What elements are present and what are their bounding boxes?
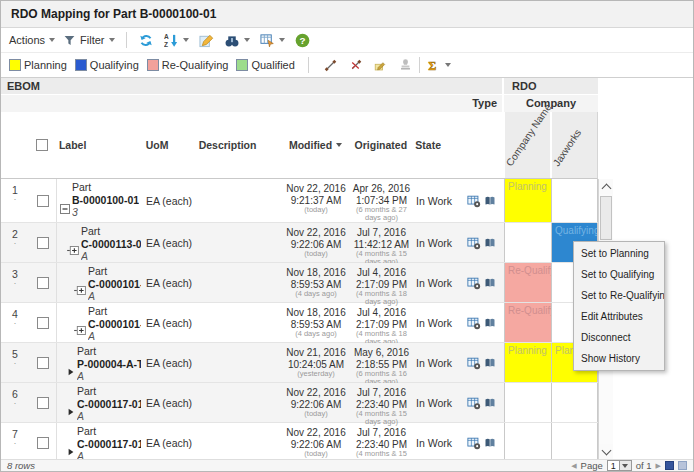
view-info-icon[interactable] [484,397,496,409]
uom-cell: EA (each) [141,303,196,342]
menu-item-disconnect[interactable]: Disconnect [574,327,664,348]
expand-arrow-icon[interactable] [67,361,75,382]
menu-item-set-to-planning[interactable]: Set to Planning [574,243,664,264]
view-info-icon[interactable] [484,357,496,369]
menu-item-edit-attributes[interactable]: Edit Attributes [574,306,664,327]
originated-column-header[interactable]: Originated [348,112,413,178]
edit-button[interactable] [199,33,214,48]
row-checkbox[interactable] [37,237,49,249]
row-checkbox[interactable] [37,277,49,289]
part-structure-icon[interactable] [467,316,481,330]
uom-column-header[interactable]: UoM [141,112,196,178]
company-name-status-cell[interactable]: Re-Qualifying [504,303,551,342]
description-cell [196,343,283,382]
legend-label: Re-Qualifying [162,59,229,71]
row-checkbox[interactable] [37,317,49,329]
compact-view-toggle-icon[interactable] [678,461,687,470]
company-name-status-cell[interactable]: Planning [504,179,551,222]
export-button[interactable] [260,33,285,48]
next-page-icon[interactable]: ▶ [656,461,661,471]
jaxworks-status-cell[interactable] [551,383,598,422]
state-cell: In Work [414,263,458,302]
view-info-icon[interactable] [484,317,496,329]
row-checkbox[interactable] [37,195,49,207]
jaxworks-status-cell[interactable] [551,179,598,222]
description-column-header[interactable]: Description [196,112,283,178]
date-text: Nov 22, 2016 [286,227,346,238]
jaxworks-status-cell[interactable] [551,423,598,459]
summation-menu-button[interactable]: Σ [427,58,451,72]
company-name-status-cell[interactable] [504,423,551,459]
expand-arrow-icon[interactable] [67,441,75,459]
sort-button[interactable]: AZ [164,33,189,48]
uom-text: EA (each) [146,357,192,369]
prev-page-icon[interactable]: ◀ [571,461,576,471]
scroll-up-button[interactable] [599,179,613,194]
page-select[interactable]: 1 [607,460,632,471]
menu-item-show-history[interactable]: Show History [574,348,664,369]
row-checkbox-cell [29,343,56,382]
menu-item-set-to-qualifying[interactable]: Set to Qualifying [574,264,664,285]
company-name-status-cell[interactable]: Planning [504,343,551,382]
svg-text:A: A [164,33,169,40]
part-number-link[interactable]: C-0000117-01 [77,398,141,410]
page-value: 1 [608,461,619,471]
page-dropdown[interactable] [619,461,631,470]
status-label: Qualifying [555,225,598,236]
modified-column-header[interactable]: Modified [283,112,349,178]
connect-button[interactable] [324,59,337,72]
actions-menu-button[interactable]: Actions [9,34,55,46]
legend-item-re-qualifying: Re-Qualifying [147,59,229,71]
row-checkbox[interactable] [37,357,49,369]
part-number-link[interactable]: C-0000101-01 [88,278,141,290]
modified-cell: Nov 22, 20169:22:06 AM(today) [283,223,349,262]
disconnect-button[interactable] [349,59,362,72]
row-checkbox[interactable] [37,437,49,449]
refresh-button[interactable] [138,33,154,48]
row-checkbox[interactable] [37,397,49,409]
part-structure-icon[interactable] [467,194,481,208]
company-name-status-cell[interactable] [504,383,551,422]
label-column-header[interactable]: Label [56,112,141,178]
select-all-checkbox[interactable] [36,139,48,151]
show-history-button-disabled[interactable] [399,59,412,72]
part-number-link[interactable]: C-0000101-01 [88,318,141,330]
part-number-link[interactable]: C-0000113-01 [81,238,141,250]
help-button[interactable]: ? [295,33,310,48]
part-number-link[interactable]: B-0000100-01 [72,194,139,206]
insert-node-icon[interactable] [74,279,86,302]
view-info-icon[interactable] [484,195,496,207]
state-column-header[interactable]: State [413,112,457,178]
expand-arrow-icon[interactable] [67,401,75,422]
row-checkbox-cell [29,223,56,262]
part-number-link[interactable]: C-0000117-01 [77,438,141,450]
view-info-icon[interactable] [484,237,496,249]
find-button[interactable] [224,33,250,48]
view-info-icon[interactable] [484,437,496,449]
collapse-node-icon[interactable] [60,195,70,222]
history-icon-disabled [399,59,412,72]
relative-time-text: (today) [283,206,349,214]
view-info-icon[interactable] [484,277,496,289]
time-text: 9:21:37 AM [291,195,342,206]
insert-node-icon[interactable] [67,239,79,262]
edit-attributes-button[interactable] [374,59,387,72]
part-structure-icon[interactable] [467,356,481,370]
full-view-toggle-icon[interactable] [665,461,674,470]
company-name-status-cell[interactable]: Re-Qualifying [504,263,551,302]
part-version: A [88,290,95,302]
part-structure-icon[interactable] [467,276,481,290]
insert-node-icon[interactable] [74,319,86,342]
part-number-link[interactable]: P-000004-A-TVX [77,358,141,370]
company-name-column-header: Company Name [503,112,550,178]
part-structure-icon[interactable] [467,396,481,410]
part-type-label: Part [88,265,107,277]
scroll-down-button[interactable] [599,444,613,459]
filter-menu-button[interactable]: Filter [63,34,114,47]
scrollbar-thumb[interactable] [600,196,612,240]
company-name-status-cell[interactable] [504,223,551,262]
part-structure-icon[interactable] [467,236,481,250]
label-cell: PartC-0000117-01A [56,423,141,459]
part-structure-icon[interactable] [467,436,481,450]
menu-item-set-to-re-qualifying[interactable]: Set to Re-Qualifying [574,285,664,306]
